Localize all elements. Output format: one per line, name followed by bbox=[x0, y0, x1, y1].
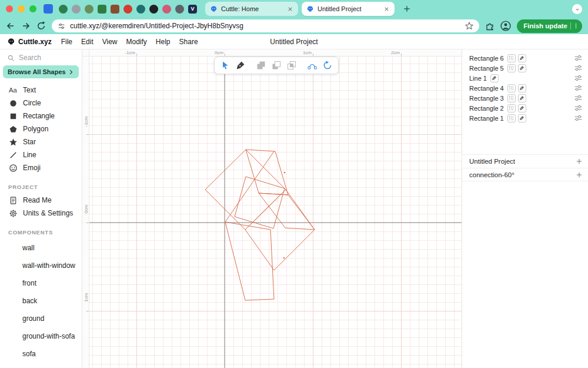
menu-view[interactable]: View bbox=[102, 38, 118, 46]
shape-item-text[interactable]: AaText bbox=[0, 84, 82, 97]
transform-icon[interactable] bbox=[507, 114, 516, 122]
tab-untitled-project[interactable]: Untitled Project bbox=[302, 2, 395, 16]
extension-icon[interactable] bbox=[85, 5, 93, 14]
component-item-wall-with-window[interactable]: wall-with-window bbox=[0, 257, 82, 274]
layer-row-rectangle-5[interactable]: Rectangle 5 bbox=[462, 63, 588, 73]
transform-icon[interactable] bbox=[507, 54, 516, 62]
minimize-window-button[interactable] bbox=[18, 5, 25, 12]
sliders-icon[interactable] bbox=[574, 65, 583, 71]
boolean-union-tool[interactable] bbox=[256, 61, 266, 70]
sliders-icon[interactable] bbox=[574, 95, 583, 101]
stroke-pen-icon[interactable] bbox=[518, 114, 526, 122]
stroke-pen-icon[interactable] bbox=[518, 104, 526, 112]
bookmark-star-icon[interactable] bbox=[465, 22, 473, 30]
reload-button[interactable] bbox=[36, 21, 46, 31]
close-window-button[interactable] bbox=[6, 5, 13, 12]
menu-file[interactable]: File bbox=[61, 38, 72, 46]
menu-help[interactable]: Help bbox=[156, 38, 171, 46]
close-tab-icon[interactable] bbox=[383, 6, 390, 12]
extension-icon[interactable] bbox=[98, 5, 106, 14]
shape-item-polygon[interactable]: Polygon bbox=[0, 122, 82, 135]
pinned-app-icon[interactable] bbox=[44, 4, 53, 14]
node-tool[interactable] bbox=[308, 61, 317, 70]
shape-item-circle[interactable]: Circle bbox=[0, 97, 82, 110]
project-item-units-settings[interactable]: Units & Settings bbox=[0, 207, 82, 220]
close-tab-icon[interactable] bbox=[287, 6, 293, 12]
pen-tool[interactable] bbox=[236, 61, 245, 70]
component-item-front[interactable]: front bbox=[0, 274, 82, 292]
component-item-ground-with-sofa[interactable]: ground-with-sofa bbox=[0, 327, 82, 345]
transform-icon[interactable] bbox=[507, 104, 516, 112]
components-section-header: COMPONENTS bbox=[0, 229, 82, 236]
stroke-pen-icon[interactable] bbox=[490, 74, 499, 82]
layer-row-rectangle-1[interactable]: Rectangle 1 bbox=[462, 113, 588, 123]
component-groups: Untitled Project connection-60° bbox=[462, 154, 588, 181]
extension-icon[interactable] bbox=[162, 5, 171, 14]
extension-icon[interactable] bbox=[136, 5, 145, 14]
extension-icon[interactable] bbox=[175, 5, 184, 14]
add-icon[interactable] bbox=[576, 171, 583, 178]
tab-search-button[interactable] bbox=[572, 4, 582, 14]
back-button[interactable] bbox=[6, 21, 15, 31]
extension-icon[interactable] bbox=[59, 5, 68, 14]
extension-icon[interactable] bbox=[111, 5, 119, 14]
extension-icon[interactable] bbox=[123, 5, 132, 14]
transform-icon[interactable] bbox=[507, 94, 516, 102]
stroke-pen-icon[interactable] bbox=[518, 54, 526, 62]
profile-avatar[interactable] bbox=[500, 21, 511, 31]
layer-row-rectangle-4[interactable]: Rectangle 4 bbox=[462, 83, 588, 93]
extension-icon[interactable] bbox=[149, 5, 158, 14]
tab-cuttle-home[interactable]: Cuttle: Home bbox=[205, 2, 298, 16]
extension-icon[interactable] bbox=[72, 5, 81, 14]
shape-item-star[interactable]: Star bbox=[0, 135, 82, 148]
stroke-pen-icon[interactable] bbox=[518, 64, 526, 72]
new-tab-button[interactable] bbox=[403, 5, 411, 13]
extension-icon[interactable]: V bbox=[188, 5, 197, 14]
menu-edit[interactable]: Edit bbox=[81, 38, 93, 46]
component-item-ground[interactable]: ground bbox=[0, 310, 82, 327]
sliders-icon[interactable] bbox=[574, 85, 583, 91]
transform-icon[interactable] bbox=[507, 64, 516, 72]
boolean-subtract-tool[interactable] bbox=[272, 61, 281, 70]
sliders-icon[interactable] bbox=[574, 115, 583, 121]
shape-item-emoji[interactable]: Emoji bbox=[0, 161, 82, 174]
menu-modify[interactable]: Modify bbox=[126, 38, 147, 46]
url-bar[interactable]: cuttle.xyz/@keremdiren/Untitled-Project-… bbox=[52, 19, 479, 32]
stroke-pen-icon[interactable] bbox=[518, 94, 526, 102]
component-item-sofa[interactable]: sofa bbox=[0, 345, 82, 363]
browse-all-shapes-button[interactable]: Browse All Shapes bbox=[3, 65, 79, 78]
component-item-wall[interactable]: wall bbox=[0, 239, 82, 257]
boolean-intersect-tool[interactable] bbox=[287, 61, 296, 70]
layer-row-rectangle-3[interactable]: Rectangle 3 bbox=[462, 93, 588, 103]
group-untitled-project[interactable]: Untitled Project bbox=[462, 154, 588, 168]
ruler-tick bbox=[313, 54, 313, 56]
layer-row-line-1[interactable]: Line 1 bbox=[462, 73, 588, 83]
canvas[interactable]: -1cm0cm1cm2cm -1cm0cm1cm bbox=[82, 49, 462, 368]
site-settings-icon[interactable] bbox=[58, 22, 65, 30]
select-tool[interactable] bbox=[220, 61, 230, 70]
window-controls bbox=[6, 5, 36, 12]
more-options-icon[interactable] bbox=[570, 22, 579, 29]
component-item-back[interactable]: back bbox=[0, 292, 82, 310]
layer-row-rectangle-2[interactable]: Rectangle 2 bbox=[462, 103, 588, 113]
forward-button[interactable] bbox=[21, 21, 31, 31]
add-icon[interactable] bbox=[576, 158, 583, 165]
shape-item-rectangle[interactable]: Rectangle bbox=[0, 110, 82, 122]
finish-update-button[interactable]: Finish update bbox=[517, 19, 582, 33]
search-box[interactable]: Search bbox=[0, 51, 82, 64]
stroke-pen-icon[interactable] bbox=[518, 84, 526, 92]
layer-row-rectangle-6[interactable]: Rectangle 6 bbox=[462, 53, 588, 63]
menu-share[interactable]: Share bbox=[179, 38, 198, 46]
shape-item-line[interactable]: Line bbox=[0, 148, 82, 161]
brand-name[interactable]: Cuttle.xyz bbox=[18, 38, 52, 46]
extensions-puzzle-icon[interactable] bbox=[485, 21, 495, 31]
sliders-icon[interactable] bbox=[574, 55, 583, 61]
transform-icon[interactable] bbox=[507, 84, 516, 92]
group-connection-60[interactable]: connection-60° bbox=[462, 168, 588, 181]
sliders-icon[interactable] bbox=[574, 75, 583, 81]
zoom-window-button[interactable] bbox=[29, 5, 36, 12]
project-item-read-me[interactable]: Read Me bbox=[0, 194, 82, 207]
component-item-door-connection[interactable]: door-connection bbox=[0, 363, 82, 368]
rotate-tool[interactable] bbox=[323, 61, 332, 70]
sliders-icon[interactable] bbox=[574, 105, 583, 111]
